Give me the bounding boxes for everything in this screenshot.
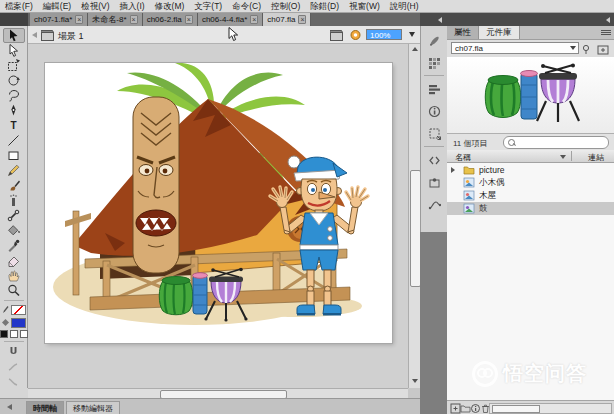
text-tool-icon[interactable]: T [3,118,25,133]
close-icon[interactable]: × [130,15,138,24]
library-row-puppet[interactable]: 小木偶 [447,176,614,189]
pen-tool-icon[interactable] [3,103,25,118]
library-search-input[interactable] [503,136,609,149]
library-scroll-thumb[interactable] [492,405,540,413]
edit-bar: 場景 1 100% [28,26,420,44]
align-panel-icon[interactable] [423,78,445,100]
column-name[interactable]: 名稱 [455,152,471,163]
scroll-up-icon[interactable] [412,47,418,51]
zoom-level-input[interactable]: 100% [366,29,402,40]
menu-insert[interactable]: 插入(I) [115,0,150,12]
collapse-dock-icon[interactable] [438,17,442,23]
doc-tab-ch07-1[interactable]: ch07-1.fla* × [30,13,88,26]
pencil-tool-icon[interactable] [3,163,25,178]
color-panel-icon[interactable] [423,29,445,51]
menu-window[interactable]: 視窗(W) [344,0,385,12]
pin-library-icon[interactable] [581,44,592,55]
tool-option-icon[interactable] [3,359,25,374]
menu-help[interactable]: 說明(H) [385,0,424,12]
swap-colors-icon[interactable] [20,330,28,338]
canvas-horizontal-scrollbar[interactable] [28,388,408,398]
close-icon[interactable]: × [185,15,193,24]
tab-motion-editor[interactable]: 移動編輯器 [66,401,120,414]
snap-to-objects-icon[interactable] [3,344,25,359]
line-tool-icon[interactable] [3,133,25,148]
close-icon[interactable]: × [250,15,258,24]
stroke-color-swatch[interactable] [11,305,26,315]
eyedropper-tool-icon[interactable] [3,238,25,253]
rectangle-tool-icon[interactable] [3,148,25,163]
text-tool-glyph: T [10,121,16,131]
doc-tab-ch06-4-4[interactable]: ch06-4-4.fla* × [198,13,263,26]
doc-tab-untitled-8[interactable]: 未命名-8* × [88,13,142,26]
edit-symbol-icon[interactable] [349,29,362,41]
selection-tool-icon[interactable] [3,28,25,43]
eraser-tool-icon[interactable] [3,253,25,268]
bone-tool-icon[interactable] [3,208,25,223]
column-divider[interactable] [571,151,572,161]
disclosure-triangle-icon[interactable] [451,167,455,173]
totem-pole[interactable] [133,97,179,273]
paint-bucket-tool-icon[interactable] [3,223,25,238]
library-row-house[interactable]: 木屋 [447,189,614,202]
menu-view[interactable]: 檢視(V) [76,0,114,12]
stroke-color-control[interactable] [2,304,26,315]
components-panel-icon[interactable] [423,171,445,193]
column-linkage[interactable]: 連結 [588,152,604,163]
pasteboard[interactable] [28,44,420,388]
spray-brush-tool-icon[interactable] [3,193,25,208]
library-row-drum[interactable]: 鼓 [447,202,614,215]
stage[interactable] [45,63,392,343]
menu-file[interactable]: 檔案(F) [0,0,38,12]
menu-debug[interactable]: 除錯(D) [305,0,344,12]
subselection-tool-icon[interactable] [3,43,25,58]
canvas-vertical-scrollbar[interactable] [408,44,420,388]
menu-text[interactable]: 文字(T) [189,0,227,12]
doc-tab-ch06-2[interactable]: ch06-2.fla × [143,13,198,26]
hand-tool-icon[interactable] [3,268,25,283]
sort-order-icon[interactable] [560,155,566,159]
close-icon[interactable]: × [75,15,83,24]
tab-timeline[interactable]: 時間軸 [26,401,64,414]
tool-option-icon[interactable] [3,374,25,389]
library-row-picture[interactable]: picture [447,163,614,176]
library-count-row: 11 個項目 [447,134,614,150]
doc-tab-label: ch06-4-4.fla* [202,15,247,24]
scroll-down-icon[interactable] [412,379,418,383]
zoom-tool-icon[interactable] [3,283,25,298]
edit-scene-icon[interactable] [330,30,344,41]
menu-commands[interactable]: 命令(C) [227,0,266,12]
close-icon[interactable]: × [298,15,306,24]
back-arrow-icon[interactable] [32,32,37,38]
code-snippets-panel-icon[interactable] [423,149,445,171]
library-document-select[interactable]: ch07.fla [451,42,579,54]
scene-breadcrumb[interactable]: 場景 1 [58,30,84,43]
collapse-timeline-icon[interactable] [7,404,12,410]
library-horizontal-scrollbar[interactable] [489,403,612,414]
fill-color-swatch[interactable] [11,318,26,328]
new-library-panel-icon[interactable] [597,44,609,55]
3d-rotation-tool-icon[interactable] [3,73,25,88]
tab-properties[interactable]: 屬性 [447,26,479,39]
tab-library[interactable]: 元件庫 [479,26,520,39]
menu-control[interactable]: 控制(O) [266,0,305,12]
no-color-icon[interactable] [10,330,18,338]
free-transform-tool-icon[interactable] [3,58,25,73]
zoom-dropdown-icon[interactable] [409,32,415,37]
info-panel-icon[interactable] [423,100,445,122]
fill-color-control[interactable] [2,317,26,328]
brush-tool-icon[interactable] [3,178,25,193]
doc-tab-label: ch07-1.fla* [34,15,72,24]
panel-menu-icon[interactable] [601,30,611,37]
doc-tab-ch07-active[interactable]: ch07.fla × [263,13,311,26]
collapse-dock-icon[interactable] [606,17,610,23]
black-white-colors-icon[interactable] [0,330,8,338]
motion-presets-panel-icon[interactable] [423,193,445,215]
swatches-panel-icon[interactable] [423,51,445,73]
menu-modify[interactable]: 修改(M) [150,0,190,12]
transform-panel-icon[interactable] [423,122,445,144]
flash-application-window: 檔案(F) 編輯(E) 檢視(V) 插入(I) 修改(M) 文字(T) 命令(C… [0,0,614,414]
symbol-icon [463,203,475,214]
lasso-tool-icon[interactable] [3,88,25,103]
menu-edit[interactable]: 編輯(E) [38,0,76,12]
